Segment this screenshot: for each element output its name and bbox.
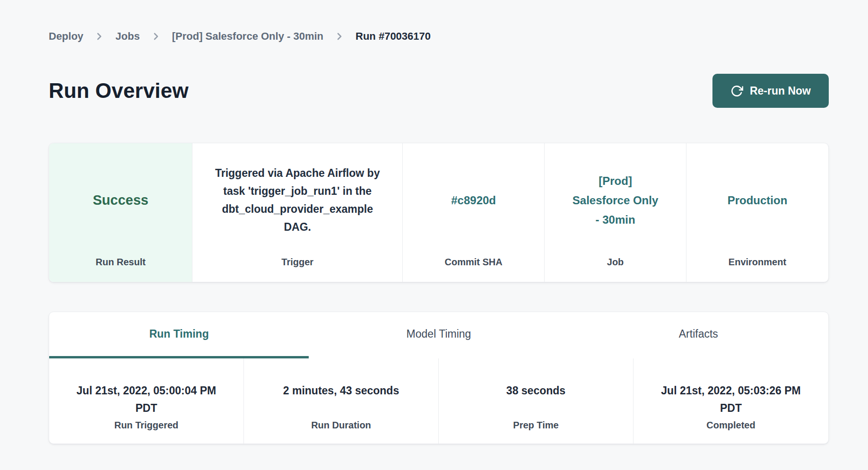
commit-sha-link[interactable]: #c8920d	[451, 191, 496, 210]
summary-cell-environment: Production Environment	[686, 143, 828, 282]
tab-artifacts[interactable]: Artifacts	[569, 312, 828, 358]
run-duration-value: 2 minutes, 43 seconds	[283, 382, 399, 420]
tab-bar: Run Timing Model Timing Artifacts	[49, 312, 828, 358]
page-header: Run Overview Re-run Now	[49, 74, 829, 108]
job-link[interactable]: [Prod] Salesforce Only - 30min	[572, 171, 660, 229]
trigger-label: Trigger	[281, 257, 313, 268]
run-triggered-value: Jul 21st, 2022, 05:00:04 PM PDT	[65, 382, 228, 420]
summary-cell-trigger: Triggered via Apache Airflow by task 'tr…	[192, 143, 403, 282]
summary-cell-job: [Prod] Salesforce Only - 30min Job	[545, 143, 686, 282]
tab-run-timing[interactable]: Run Timing	[49, 312, 309, 358]
timing-cell-completed: Jul 21st, 2022, 05:03:26 PM PDT Complete…	[634, 358, 828, 444]
rerun-now-label: Re-run Now	[750, 85, 811, 97]
tab-model-timing[interactable]: Model Timing	[309, 312, 568, 358]
run-result-label: Run Result	[95, 257, 146, 268]
completed-value: Jul 21st, 2022, 05:03:26 PM PDT	[650, 382, 813, 420]
summary-cell-run-result: Success Run Result	[49, 143, 192, 282]
breadcrumb-item-job-name[interactable]: [Prod] Salesforce Only - 30min	[172, 30, 323, 43]
prep-time-value: 38 seconds	[506, 382, 565, 420]
timing-cell-run-triggered: Jul 21st, 2022, 05:00:04 PM PDT Run Trig…	[49, 358, 244, 444]
page-title: Run Overview	[49, 79, 189, 103]
chevron-right-icon	[152, 32, 160, 41]
environment-link[interactable]: Production	[728, 191, 788, 210]
trigger-value: Triggered via Apache Airflow by task 'tr…	[209, 164, 385, 236]
run-duration-label: Run Duration	[311, 420, 371, 431]
timing-row: Jul 21st, 2022, 05:00:04 PM PDT Run Trig…	[49, 358, 828, 444]
environment-label: Environment	[729, 257, 786, 268]
breadcrumb-item-deploy[interactable]: Deploy	[49, 30, 83, 43]
prep-time-label: Prep Time	[513, 420, 558, 431]
breadcrumb-item-run-number: Run #70036170	[356, 30, 431, 43]
timing-cell-prep-time: 38 seconds Prep Time	[439, 358, 634, 444]
run-triggered-label: Run Triggered	[114, 420, 179, 431]
chevron-right-icon	[95, 32, 103, 41]
rotate-cw-icon	[730, 85, 743, 97]
run-result-value: Success	[93, 192, 148, 208]
chevron-right-icon	[336, 32, 343, 41]
timing-cell-run-duration: 2 minutes, 43 seconds Run Duration	[244, 358, 439, 444]
job-label: Job	[607, 257, 624, 268]
summary-cell-commit-sha: #c8920d Commit SHA	[403, 143, 545, 282]
completed-label: Completed	[706, 420, 755, 431]
commit-sha-label: Commit SHA	[445, 257, 503, 268]
run-timing-card: Run Timing Model Timing Artifacts Jul 21…	[49, 312, 829, 444]
breadcrumb: Deploy Jobs [Prod] Salesforce Only - 30m…	[49, 0, 829, 43]
breadcrumb-item-jobs[interactable]: Jobs	[115, 30, 139, 43]
rerun-now-button[interactable]: Re-run Now	[712, 74, 829, 108]
run-summary-card: Success Run Result Triggered via Apache …	[49, 143, 829, 282]
